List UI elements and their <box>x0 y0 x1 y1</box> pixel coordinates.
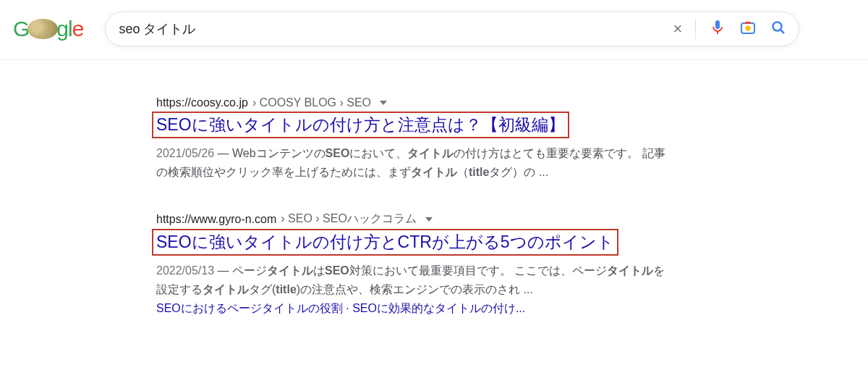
chevron-down-icon[interactable] <box>380 101 387 105</box>
svg-point-1 <box>746 26 751 31</box>
search-icon[interactable] <box>770 19 787 39</box>
mic-icon[interactable] <box>709 19 726 39</box>
search-input[interactable] <box>117 21 673 38</box>
result-title[interactable]: SEOに強いタイトルの付け方とCTRが上がる5つのポイント <box>156 231 614 253</box>
result-domain: https://www.gyro-n.com <box>156 213 276 226</box>
result-item: https://www.gyro-n.com › SEO › SEOハックコラム… <box>156 211 665 316</box>
result-item: https://coosy.co.jp › COOSY BLOG › SEO S… <box>156 96 665 181</box>
result-domain: https://coosy.co.jp <box>156 96 248 109</box>
result-sitelinks[interactable]: SEOにおけるページタイトルの役割 · SEOに効果的なタイトルの付け... <box>156 301 665 316</box>
result-snippet: 2021/05/26 — WebコンテンツのSEOにおいて、タイトルの付け方はと… <box>156 144 665 181</box>
logo-doodle-icon <box>27 19 58 39</box>
search-bar: × <box>105 12 799 46</box>
breadcrumb[interactable]: https://www.gyro-n.com › SEO › SEOハックコラム <box>156 211 665 227</box>
header: Ggle × <box>0 0 868 60</box>
clear-icon[interactable]: × <box>673 20 683 38</box>
search-bar-icons: × <box>673 19 788 39</box>
search-results: https://coosy.co.jp › COOSY BLOG › SEO S… <box>0 60 665 365</box>
title-highlight-box: SEOに強いタイトルの付け方とCTRが上がる5つのポイント <box>152 229 618 256</box>
title-highlight-box: SEOに強いタイトルの付け方と注意点は？【初級編】 <box>152 112 569 138</box>
google-logo[interactable]: Ggle <box>13 17 83 41</box>
svg-rect-2 <box>745 22 751 24</box>
result-snippet: 2022/05/13 — ページタイトルはSEO対策において最重要項目です。 こ… <box>156 261 665 298</box>
chevron-down-icon[interactable] <box>425 217 433 222</box>
result-date: 2021/05/26 <box>156 147 214 159</box>
svg-point-3 <box>773 22 782 31</box>
divider <box>695 19 696 39</box>
result-path: › COOSY BLOG › SEO <box>252 96 371 109</box>
breadcrumb[interactable]: https://coosy.co.jp › COOSY BLOG › SEO <box>156 96 665 109</box>
result-date: 2022/05/13 <box>156 264 214 277</box>
camera-icon[interactable] <box>739 19 757 39</box>
svg-line-4 <box>780 30 784 33</box>
result-title[interactable]: SEOに強いタイトルの付け方と注意点は？【初級編】 <box>156 114 565 136</box>
result-path: › SEO › SEOハックコラム <box>281 211 417 227</box>
